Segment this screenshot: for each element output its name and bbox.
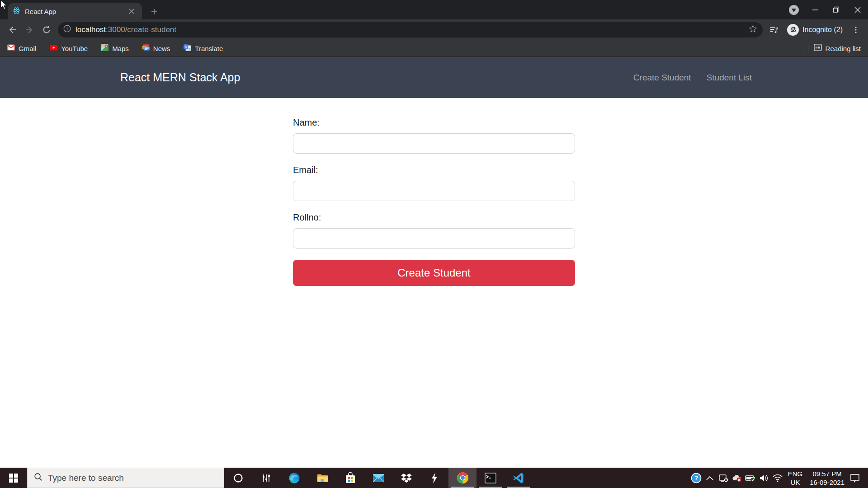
bookmarks-bar: Gmail YouTube Maps News Aa Translate: [0, 40, 868, 57]
reading-list-icon: [814, 44, 822, 53]
screen: React App: [0, 0, 868, 488]
youtube-icon: [50, 44, 57, 52]
task-view-icon[interactable]: [252, 468, 280, 488]
mouse-cursor: [0, 0, 8, 12]
taskbar-spacer: [533, 468, 689, 488]
url-path: :3000/create-student: [106, 25, 176, 34]
rollno-label: Rollno:: [293, 212, 575, 223]
url-text[interactable]: localhost:3000/create-student: [75, 25, 744, 34]
volume-icon[interactable]: [757, 468, 771, 488]
reading-list-label: Reading list: [826, 45, 861, 52]
rollno-input[interactable]: [293, 228, 575, 249]
time-text: 09:57 PM: [813, 469, 842, 478]
app-nav-links: Create Student Student List: [633, 73, 752, 83]
terminal-icon[interactable]: [476, 468, 505, 488]
name-label: Name:: [293, 117, 575, 128]
react-favicon-icon: [13, 7, 20, 16]
action-center-icon[interactable]: [848, 468, 862, 488]
svg-text:?: ?: [694, 474, 698, 482]
bookmarks-bar-right: Reading list: [808, 44, 861, 53]
microsoft-store-icon[interactable]: [336, 468, 364, 488]
forward-button[interactable]: [21, 21, 38, 38]
maps-icon: [101, 44, 108, 53]
url-host: localhost: [75, 25, 106, 34]
incognito-label: Incognito (2): [802, 26, 843, 34]
email-label: Email:: [293, 165, 575, 175]
edge-icon[interactable]: [280, 468, 308, 488]
search-placeholder: Type here to search: [48, 473, 124, 483]
region-code: UK: [791, 478, 800, 487]
reload-button[interactable]: [38, 21, 55, 38]
bookmark-star-icon[interactable]: [749, 24, 757, 35]
system-tray: ? ENG UK 0: [689, 468, 868, 488]
date-text: 16-09-2021: [810, 478, 844, 487]
chrome-icon[interactable]: [448, 468, 476, 488]
bookmark-news[interactable]: News: [142, 44, 170, 52]
tab-close-icon[interactable]: [126, 5, 137, 17]
bookmark-label: Maps: [112, 45, 129, 52]
onedrive-error-icon[interactable]: [730, 468, 744, 488]
new-tab-button[interactable]: [148, 6, 160, 18]
bookmark-label: News: [153, 45, 170, 52]
bookmark-label: Translate: [195, 45, 223, 52]
browser-toolbar: localhost:3000/create-student Incognito …: [0, 19, 868, 40]
record-indicator-icon[interactable]: [783, 0, 804, 19]
browser-titlebar: React App: [0, 0, 868, 19]
close-window-button[interactable]: [847, 0, 868, 19]
tab-title: React App: [25, 8, 121, 15]
taskbar-search[interactable]: Type here to search: [27, 468, 224, 488]
nav-link-student-list[interactable]: Student List: [707, 73, 752, 83]
page-content: Name: Email: Rollno: Create Student: [0, 98, 868, 468]
bookmark-label: Gmail: [19, 45, 36, 52]
wifi-icon[interactable]: [771, 468, 784, 488]
bookmark-label: YouTube: [61, 45, 88, 52]
bookmark-translate[interactable]: Aa Translate: [184, 44, 223, 53]
bookmarks-divider: [808, 44, 808, 53]
bookmark-maps[interactable]: Maps: [101, 44, 129, 53]
app-navbar: React MERN Stack App Create Student Stud…: [0, 57, 868, 98]
start-button[interactable]: [0, 468, 27, 488]
incognito-avatar-icon: [787, 24, 799, 36]
app-brand: React MERN Stack App: [120, 71, 240, 84]
reading-list-button[interactable]: Reading list: [814, 44, 861, 53]
window-controls: [783, 0, 868, 19]
site-info-icon[interactable]: [63, 25, 71, 34]
vscode-icon[interactable]: [505, 468, 533, 488]
name-input[interactable]: [293, 133, 575, 154]
restore-button[interactable]: [826, 0, 847, 19]
svg-text:a: a: [189, 47, 190, 50]
media-controls-icon[interactable]: [765, 21, 783, 38]
lightning-bolt-icon[interactable]: [420, 468, 448, 488]
help-icon[interactable]: ?: [689, 468, 703, 488]
profile-chip[interactable]: Incognito (2): [783, 24, 847, 36]
cortana-icon[interactable]: [224, 468, 252, 488]
translate-icon: Aa: [184, 44, 191, 53]
windows-taskbar: Type here to search: [0, 468, 868, 488]
mail-icon[interactable]: [364, 468, 392, 488]
bookmark-youtube[interactable]: YouTube: [50, 44, 88, 52]
minimize-button[interactable]: [804, 0, 826, 19]
gmail-icon: [7, 44, 15, 52]
clock[interactable]: 09:57 PM 16-09-2021: [806, 469, 848, 487]
svg-text:A: A: [185, 45, 187, 48]
bookmark-gmail[interactable]: Gmail: [7, 44, 36, 52]
browser-tab[interactable]: React App: [8, 3, 142, 19]
file-explorer-icon[interactable]: [308, 468, 336, 488]
language-code: ENG: [788, 469, 803, 478]
email-input[interactable]: [293, 181, 575, 201]
battery-status-icon[interactable]: [744, 468, 757, 488]
dropbox-icon[interactable]: [392, 468, 420, 488]
language-indicator[interactable]: ENG UK: [784, 469, 807, 487]
create-student-button[interactable]: Create Student: [293, 260, 575, 286]
taskbar-apps: [224, 468, 533, 488]
wireless-display-icon[interactable]: [717, 468, 730, 488]
search-icon: [34, 473, 42, 483]
create-student-form: Name: Email: Rollno: Create Student: [293, 98, 575, 286]
chrome-menu-icon[interactable]: [847, 21, 864, 38]
address-bar[interactable]: localhost:3000/create-student: [58, 22, 763, 38]
tray-chevron-up-icon[interactable]: [703, 468, 717, 488]
nav-link-create-student[interactable]: Create Student: [633, 73, 691, 83]
news-icon: [142, 44, 150, 52]
back-button[interactable]: [4, 21, 21, 38]
